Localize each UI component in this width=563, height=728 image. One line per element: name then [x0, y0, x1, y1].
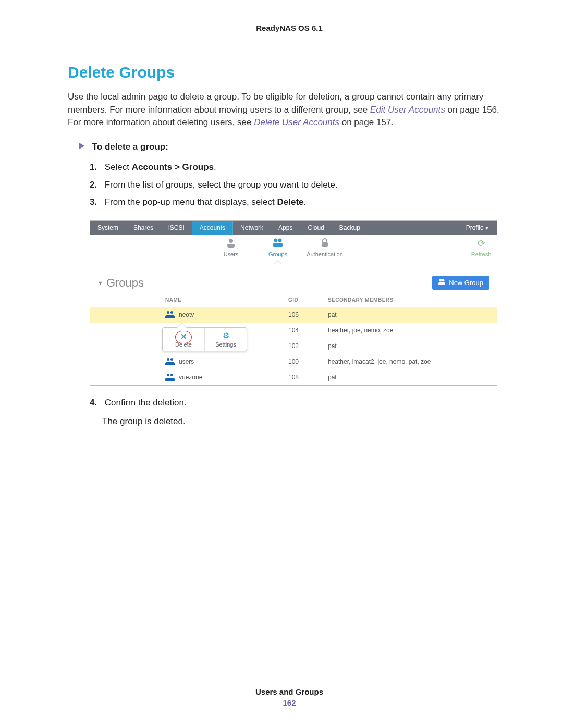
svg-rect-5: [322, 242, 328, 247]
row-members: heather, joe, nemo, zoe: [324, 323, 497, 338]
group-icon: [165, 374, 175, 381]
svg-rect-4: [273, 243, 283, 247]
popup-delete-label: Delete: [175, 341, 192, 348]
row-name: users: [179, 358, 194, 365]
row-name: vuezone: [179, 374, 202, 381]
subnav-groups[interactable]: Groups: [254, 238, 301, 257]
row-name: neotv: [179, 311, 194, 318]
group-icon: [165, 311, 175, 318]
intro-paragraph: Use the local admin page to delete a gro…: [68, 91, 511, 129]
steps-list-continued: 4. Confirm the deletion. The group is de…: [90, 395, 511, 429]
table-row[interactable]: users 100 heather, imacat2, joe, nemo, p…: [90, 354, 497, 369]
new-group-label: New Group: [449, 279, 483, 287]
col-name: NAME: [161, 294, 284, 307]
nav-accounts[interactable]: Accounts: [192, 221, 233, 235]
page-title: Delete Groups: [68, 64, 511, 81]
link-delete-user-accounts[interactable]: Delete User Accounts: [254, 117, 339, 127]
nav-cloud[interactable]: Cloud: [300, 221, 332, 235]
row-gid: 102: [284, 338, 324, 354]
svg-point-2: [274, 239, 278, 242]
nav-backup[interactable]: Backup: [332, 221, 368, 235]
svg-point-3: [278, 239, 282, 242]
groups-icon: [272, 238, 284, 249]
lock-icon: [319, 238, 331, 249]
procedure-heading-text: To delete a group:: [92, 142, 168, 152]
subnav-refresh[interactable]: ⟳ Refresh: [466, 238, 497, 257]
table-row[interactable]: vuezone 108 pat: [90, 369, 497, 385]
step-3: 3. From the pop-up menu that displays, s…: [90, 194, 511, 210]
col-gid: GID: [284, 294, 324, 307]
subnav-authentication[interactable]: Authentication: [301, 238, 348, 257]
step-1: 1. Select Accounts > Groups.: [90, 159, 511, 175]
step-1-text-c: .: [214, 162, 216, 172]
step-number: 2.: [90, 177, 102, 193]
step-2: 2. From the list of groups, select the g…: [90, 177, 511, 193]
doc-header: ReadyNAS OS 6.1: [68, 23, 511, 32]
nav-system[interactable]: System: [90, 221, 126, 235]
disclosure-icon[interactable]: ▼: [97, 280, 103, 286]
table-row[interactable]: neotv 106 pat: [90, 307, 497, 323]
svg-rect-8: [438, 282, 445, 285]
subnav-groups-label: Groups: [254, 251, 301, 257]
footer: Users and Groups 162: [68, 680, 511, 707]
subnav-auth-label: Authentication: [301, 251, 348, 257]
svg-point-7: [442, 279, 445, 282]
group-plus-icon: [438, 279, 446, 287]
nav-shares[interactable]: Shares: [126, 221, 161, 235]
users-icon: [225, 238, 237, 249]
nav-iscsi[interactable]: iSCSI: [161, 221, 192, 235]
footer-page: 162: [68, 698, 511, 707]
row-members: pat: [324, 307, 497, 323]
groups-title: Groups: [106, 276, 144, 290]
top-nav: System Shares iSCSI Accounts Network App…: [90, 221, 497, 235]
link-edit-user-accounts[interactable]: Edit User Accounts: [370, 105, 445, 115]
svg-point-6: [439, 279, 442, 282]
svg-point-0: [229, 239, 233, 243]
nav-network[interactable]: Network: [233, 221, 271, 235]
step-4-result: The group is deleted.: [102, 414, 511, 429]
step-number: 3.: [90, 194, 102, 210]
group-icon: [165, 358, 175, 365]
footer-chapter: Users and Groups: [68, 687, 511, 696]
intro-text-3: on page 157.: [342, 117, 394, 127]
groups-section-bar: ▼ Groups New Group: [90, 269, 497, 294]
row-gid: 104: [284, 323, 324, 338]
step-3-text-a: From the pop-up menu that displays, sele…: [105, 197, 277, 207]
groups-table: NAME GID SECONDARY MEMBERS neotv 106 pat: [90, 294, 497, 385]
step-1-text-a: Select: [105, 162, 132, 172]
refresh-icon: ⟳: [475, 238, 487, 249]
new-group-button[interactable]: New Group: [432, 276, 489, 290]
triangle-bullet-icon: [79, 143, 84, 149]
step-number: 1.: [90, 159, 102, 175]
sub-nav: Users Groups Authentication ⟳ Refresh: [90, 235, 497, 269]
nav-profile[interactable]: Profile ▾: [458, 221, 497, 235]
svg-rect-1: [227, 244, 235, 248]
row-gid: 106: [284, 307, 324, 323]
step-4: 4. Confirm the deletion. The group is de…: [90, 395, 511, 429]
subnav-users[interactable]: Users: [207, 238, 254, 257]
subnav-users-label: Users: [207, 251, 254, 257]
nav-apps[interactable]: Apps: [271, 221, 300, 235]
procedure-heading: To delete a group:: [79, 142, 511, 152]
row-gid: 100: [284, 354, 324, 369]
col-members: SECONDARY MEMBERS: [324, 294, 497, 307]
table-row[interactable]: ✕ Delete ⚙ Settings 104 heather, joe: [90, 323, 497, 338]
step-3-bold: Delete: [277, 197, 303, 207]
step-1-bold: Accounts > Groups: [132, 162, 214, 172]
popup-settings-label: Settings: [215, 341, 236, 348]
step-4-text: Confirm the deletion.: [105, 398, 187, 408]
row-members: pat: [324, 338, 497, 354]
row-members: pat: [324, 369, 497, 385]
context-popup: ✕ Delete ⚙ Settings: [162, 327, 247, 351]
popup-delete[interactable]: ✕ Delete: [163, 328, 204, 351]
step-number: 4.: [90, 395, 102, 411]
table-row[interactable]: 102 pat: [90, 338, 497, 354]
row-gid: 108: [284, 369, 324, 385]
steps-list: 1. Select Accounts > Groups. 2. From the…: [90, 159, 511, 210]
step-2-text: From the list of groups, select the grou…: [105, 180, 338, 190]
row-members: heather, imacat2, joe, nemo, pat, zoe: [324, 354, 497, 369]
admin-ui-screenshot: System Shares iSCSI Accounts Network App…: [90, 220, 497, 386]
subnav-refresh-label: Refresh: [466, 251, 497, 257]
gear-icon: ⚙: [207, 331, 244, 340]
popup-settings[interactable]: ⚙ Settings: [204, 328, 247, 351]
